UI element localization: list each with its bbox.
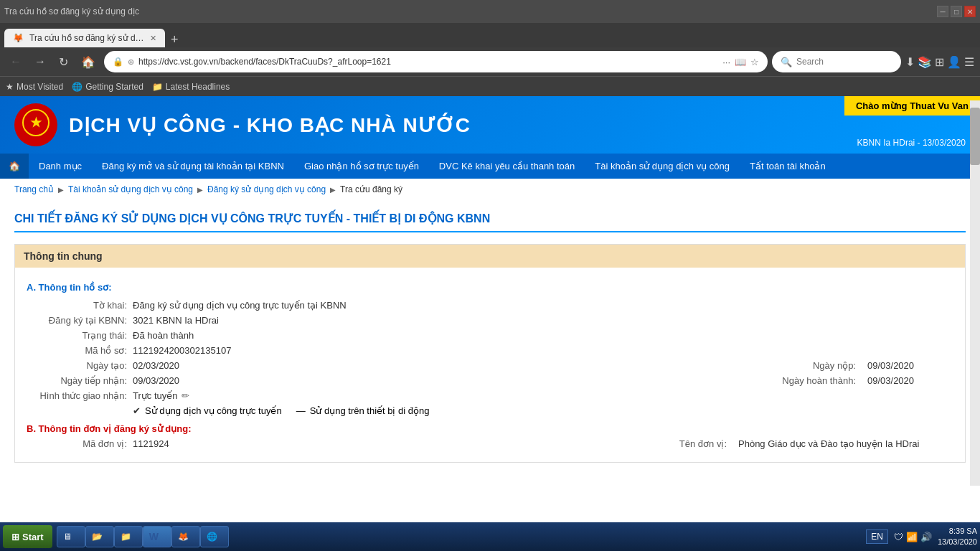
maximize-button[interactable]: □: [951, 6, 962, 17]
label-ngay-nop: Ngày nộp:: [798, 360, 856, 371]
tab-view-icon[interactable]: ⊞: [935, 55, 944, 69]
kbnn-info: KBNN Ia HDrai - 13/03/2020: [857, 138, 966, 148]
window-title: Tra cứu hồ sơ đăng ký sử dụng dịc: [4, 6, 934, 17]
edit-icon: ✏: [182, 390, 189, 401]
checkbox-thiet-bi-label: Sử dụng trên thiết bị di động: [310, 405, 430, 416]
nav-extra-icons: ⬇ 📚 ⊞ 👤 ☰: [905, 55, 974, 69]
download-icon[interactable]: ⬇: [905, 55, 915, 69]
breadcrumb-tai-khoan[interactable]: Tài khoản sử dụng dịch vụ công: [68, 184, 193, 194]
label-ngay-tao: Ngày tạo:: [27, 360, 127, 371]
account-icon[interactable]: 👤: [947, 55, 961, 69]
star-icon: ★: [6, 82, 14, 92]
nav-home[interactable]: 🏠: [0, 154, 29, 179]
home-nav-icon: 🏠: [9, 161, 20, 171]
search-icon: 🔍: [781, 57, 792, 67]
label-ngay-hoan-thanh: Ngày hoàn thành:: [782, 375, 856, 386]
logo-icon: ★: [22, 108, 50, 141]
breadcrumb-sep-2: ▶: [197, 186, 203, 194]
address-bar[interactable]: 🔒 ⊕ https://dvc.vst.gov.vn/backend/faces…: [104, 51, 768, 72]
bookmarks-icon[interactable]: 📚: [918, 55, 932, 69]
breadcrumb-sep-3: ▶: [330, 186, 336, 194]
value-ngay-nop: 09/03/2020: [867, 360, 953, 371]
nav-dang-ky-mo[interactable]: Đăng ký mở và sử dụng tài khoản tại KBNN: [92, 154, 294, 179]
bookmark-getting-started[interactable]: 🌐 Getting Started: [72, 82, 143, 92]
checkbox-dv-cong: ✔ Sử dụng dịch vụ công trực tuyến: [133, 405, 282, 416]
website-content: ★ DỊCH VỤ CÔNG - KHO BẠC NHÀ NƯỚC Chào m…: [0, 96, 980, 486]
back-button[interactable]: ←: [6, 52, 26, 71]
info-section: Thông tin chung A. Thông tin hồ sơ: Tờ k…: [14, 244, 966, 463]
site-title: DỊCH VỤ CÔNG - KHO BẠC NHÀ NƯỚC: [69, 113, 471, 137]
checkbox-thiet-bi: — Sử dụng trên thiết bị di động: [296, 405, 430, 416]
label-ma-don-vi: Mã đơn vị:: [27, 438, 127, 449]
bookmark-icon[interactable]: ☆: [750, 57, 759, 67]
header-logo: ★: [14, 103, 57, 146]
welcome-banner: Chào mừng Thuat Vu Van: [844, 96, 980, 116]
label-to-khai: Tờ khai:: [27, 300, 127, 311]
titlebar-buttons: ─ □ ✕: [937, 6, 976, 17]
forward-button[interactable]: →: [30, 52, 50, 71]
field-ma-ho-so: Mã hồ sơ: 1121924200302135107: [27, 345, 953, 356]
field-dang-ky-kbnn: Đăng ký tại KBNN: 3021 KBNN Ia HDrai: [27, 315, 953, 326]
folder-icon: 📁: [152, 82, 163, 92]
search-bar[interactable]: 🔍: [772, 51, 901, 72]
nav-giao-nhan[interactable]: Giao nhận hồ sơ trực tuyến: [294, 154, 429, 179]
value-to-khai: Đăng ký sử dụng dịch vụ công trực tuyến …: [133, 300, 347, 311]
value-ngay-hoan-thanh: 09/03/2020: [867, 375, 953, 386]
sub-title-a: A. Thông tin hồ sơ:: [27, 282, 953, 293]
active-tab[interactable]: 🦊 Tra cứu hồ sơ đăng ký sử dụng dịc ✕: [4, 29, 165, 47]
breadcrumb-current: Tra cứu đăng ký: [340, 184, 402, 194]
tab-title: Tra cứu hồ sơ đăng ký sử dụng dịc: [29, 33, 144, 43]
label-trang-thai: Trạng thái:: [27, 330, 127, 341]
nav-dvc-ke-khai[interactable]: DVC Kê khai yêu cầu thanh toán: [429, 154, 585, 179]
titlebar: Tra cứu hồ sơ đăng ký sử dụng dịc ─ □ ✕: [0, 0, 980, 23]
bookmark-latest-headlines[interactable]: 📁 Latest Headlines: [152, 82, 230, 92]
checkbox-row: ✔ Sử dụng dịch vụ công trực tuyến — Sử d…: [133, 405, 953, 416]
tab-close-icon[interactable]: ✕: [150, 34, 156, 43]
page-title: CHI TIẾT ĐĂNG KÝ SỬ DỤNG DỊCH VỤ CÔNG TR…: [14, 212, 966, 232]
label-dang-ky-kbnn: Đăng ký tại KBNN:: [27, 315, 127, 326]
bookmarks-bar: ★ Most Visited 🌐 Getting Started 📁 Lates…: [0, 76, 980, 96]
value-hinh-thuc: Trực tuyến: [133, 390, 177, 401]
svg-text:★: ★: [30, 116, 42, 130]
main-content: CHI TIẾT ĐĂNG KÝ SỬ DỤNG DỊCH VỤ CÔNG TR…: [0, 200, 980, 486]
close-button[interactable]: ✕: [964, 6, 976, 17]
tab-bar: 🦊 Tra cứu hồ sơ đăng ký sử dụng dịc ✕ +: [0, 23, 980, 47]
value-ten-don-vi: Phòng Giáo dục và Đào tạo huyện Ia HDrai: [738, 438, 953, 449]
minimize-button[interactable]: ─: [937, 6, 948, 17]
scrollbar-thumb[interactable]: [970, 108, 980, 165]
field-don-vi: Mã đơn vị: 1121924 Tên đơn vị: Phòng Giá…: [27, 438, 953, 449]
url-display: https://dvc.vst.gov.vn/backend/faces/DkT…: [138, 57, 718, 67]
date-row-2: Ngày tiếp nhận: 09/03/2020 Ngày hoàn thà…: [27, 375, 953, 386]
nav-tai-khoan[interactable]: Tài khoản sử dụng dịch vụ công: [585, 154, 740, 179]
breadcrumb-sep-1: ▶: [58, 186, 64, 194]
field-to-khai: Tờ khai: Đăng ký sử dụng dịch vụ công tr…: [27, 300, 953, 311]
sub-title-b: B. Thông tin đơn vị đăng ký sử dụng:: [27, 423, 953, 434]
globe-icon: 🌐: [72, 82, 83, 92]
checkbox-dv-cong-label: Sử dụng dịch vụ công trực tuyến: [145, 405, 282, 416]
date-row-1: Ngày tạo: 02/03/2020 Ngày nộp: 09/03/202…: [27, 360, 953, 371]
bookmark-most-visited[interactable]: ★ Most Visited: [6, 82, 63, 92]
more-icon[interactable]: ···: [722, 57, 730, 67]
reload-button[interactable]: ↻: [55, 52, 72, 72]
security-icon: ⊕: [128, 57, 134, 67]
site-header: ★ DỊCH VỤ CÔNG - KHO BẠC NHÀ NƯỚC Chào m…: [0, 96, 980, 154]
check-icon: ✔: [133, 405, 141, 416]
scrollbar[interactable]: [970, 100, 980, 486]
reader-icon[interactable]: 📖: [735, 57, 746, 67]
lock-icon: 🔒: [113, 57, 123, 67]
nav-tat-toan[interactable]: Tất toán tài khoản: [740, 154, 836, 179]
section-body: A. Thông tin hồ sơ: Tờ khai: Đăng ký sử …: [15, 268, 965, 462]
breadcrumb-trang-chu[interactable]: Trang chủ: [14, 184, 54, 194]
nav-danh-muc[interactable]: Danh mục: [29, 154, 92, 179]
breadcrumb-dang-ky[interactable]: Đăng ký sử dụng dịch vụ công: [207, 184, 326, 194]
value-ngay-tao: 02/03/2020: [133, 360, 179, 371]
field-trang-thai: Trạng thái: Đã hoàn thành: [27, 330, 953, 341]
main-nav: 🏠 Danh mục Đăng ký mở và sử dụng tài kho…: [0, 154, 980, 179]
menu-icon[interactable]: ☰: [964, 55, 974, 69]
search-input[interactable]: [796, 57, 882, 67]
value-dang-ky-kbnn: 3021 KBNN Ia HDrai: [133, 315, 219, 326]
value-ngay-tiep-nhan: 09/03/2020: [133, 375, 179, 386]
section-header: Thông tin chung: [15, 245, 965, 268]
home-button[interactable]: 🏠: [77, 52, 100, 72]
new-tab-button[interactable]: +: [165, 32, 184, 47]
